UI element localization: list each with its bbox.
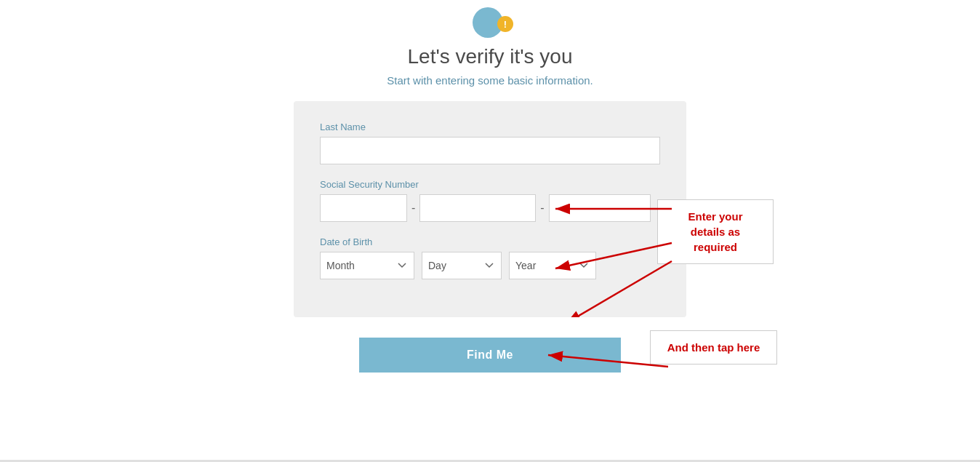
last-name-input[interactable] [320,137,660,164]
callout-tap: And then tap here [650,330,777,365]
ssn-input-2[interactable] [419,194,536,222]
page-title: Let's verify it's you [408,45,573,68]
last-name-label: Last Name [320,122,660,132]
day-select[interactable]: Day 12345 678910 1112131415 1617181920 2… [422,252,502,279]
dob-group: Date of Birth Month JanuaryFebruaryMarch… [320,236,660,279]
ssn-dash-2: - [536,202,548,215]
ssn-input-1[interactable] [320,194,407,222]
ssn-dash-1: - [407,202,419,215]
dob-row: Month JanuaryFebruaryMarch AprilMayJune … [320,252,660,279]
month-select[interactable]: Month JanuaryFebruaryMarch AprilMayJune … [320,252,414,279]
avatar-yellow: ! [497,16,513,32]
ssn-label: Social Security Number [320,179,660,190]
ssn-row: - - [320,194,660,222]
ssn-input-3[interactable] [549,194,651,222]
dob-label: Date of Birth [320,236,660,247]
page-subtitle: Start with entering some basic informati… [387,74,593,87]
callout-details: Enter your details as required [657,199,774,264]
exclamation-icon: ! [504,19,507,30]
year-select[interactable]: Year 2005200019951990 1985198019751970 1… [509,252,596,279]
last-name-group: Last Name [320,122,660,164]
form-card: Last Name Social Security Number - - Dat… [294,101,686,317]
find-me-button[interactable]: Find Me [359,338,621,373]
ssn-group: Social Security Number - - [320,179,660,222]
avatar-area: ! [467,7,513,38]
page-wrapper: ! Let's verify it's you Start with enter… [0,0,980,462]
